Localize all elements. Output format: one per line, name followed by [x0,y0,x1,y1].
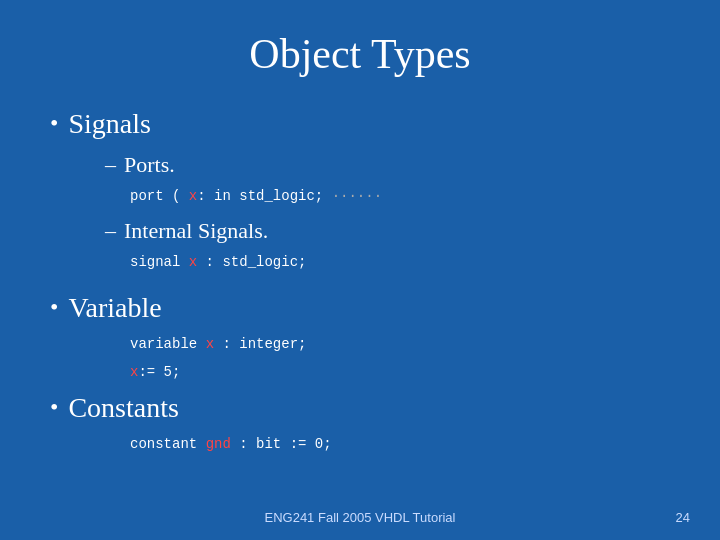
code-ports: port ( x: in std_logic; ······ [130,188,670,204]
sub-dash-ports: – [105,152,116,178]
bullet-label-constants: Constants [68,392,178,424]
footer: ENG241 Fall 2005 VHDL Tutorial [0,510,720,525]
code-ports-kw1: port ( [130,188,189,204]
sub-label-internal: Internal Signals. [124,218,268,244]
sub-item-internal: – Internal Signals. [105,218,670,244]
footer-text: ENG241 Fall 2005 VHDL Tutorial [264,510,455,525]
code-var-red1: x [206,336,214,352]
code-internal-kw2: : std_logic; [197,254,306,270]
bullet-dot-variable: • [50,294,58,321]
code-variable-2: x:= 5; [130,364,670,380]
bullet-signals: • Signals [50,108,670,140]
slide: Object Types • Signals – Ports. port ( x… [0,0,720,540]
code-ports-red: x [189,188,197,204]
code-var-kw1: variable [130,336,206,352]
code-internal: signal x : std_logic; [130,254,670,270]
code-var-kw3: := 5; [138,364,180,380]
bullet-dot-signals: • [50,110,58,137]
content-area: • Signals – Ports. port ( x: in std_logi… [50,108,670,510]
sub-dash-internal: – [105,218,116,244]
sub-item-ports: – Ports. [105,152,670,178]
code-constants: constant gnd : bit := 0; [130,436,670,452]
footer-page: 24 [676,510,690,525]
slide-title: Object Types [50,30,670,78]
code-const-kw2: : bit := 0; [231,436,332,452]
code-ports-kw2: : in std_logic; [197,188,331,204]
sub-label-ports: Ports. [124,152,175,178]
code-const-kw1: constant [130,436,206,452]
code-ports-dots: ······ [332,188,382,204]
code-internal-red: x [189,254,197,270]
code-const-red: gnd [206,436,231,452]
code-variable-1: variable x : integer; [130,336,670,352]
bullet-dot-constants: • [50,394,58,421]
bullet-label-signals: Signals [68,108,150,140]
bullet-constants: • Constants [50,392,670,424]
code-internal-kw1: signal [130,254,189,270]
bullet-label-variable: Variable [68,292,161,324]
bullet-variable: • Variable [50,292,670,324]
code-var-kw2: : integer; [214,336,306,352]
